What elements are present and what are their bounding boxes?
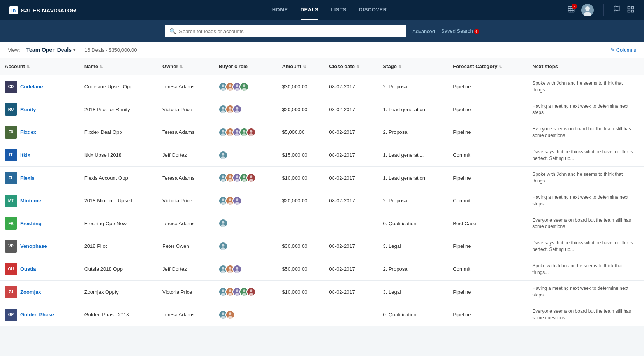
view-label: View: xyxy=(8,47,20,53)
account-name[interactable]: Oustia xyxy=(20,266,36,272)
deal-owner: Teresa Adams xyxy=(158,167,214,189)
deal-name: 2018 Pilot for Runity xyxy=(80,98,158,121)
buyer-circle[interactable] xyxy=(214,212,277,235)
account-logo: FR xyxy=(5,217,17,230)
deal-amount xyxy=(277,212,324,235)
account-name[interactable]: Venophase xyxy=(20,243,47,249)
sort-icon-account[interactable]: ⇅ xyxy=(26,65,30,69)
account-name[interactable]: Fixdex xyxy=(20,129,36,135)
svg-point-47 xyxy=(221,156,226,160)
deal-owner: Teresa Adams xyxy=(158,75,214,98)
search-input[interactable] xyxy=(179,28,401,34)
sort-icon-amount[interactable]: ⇅ xyxy=(303,65,306,69)
sort-icon-close-date[interactable]: ⇅ xyxy=(356,65,359,69)
forecast-category: Best Case xyxy=(448,212,528,235)
pencil-icon: ✎ xyxy=(611,47,615,53)
svg-point-92 xyxy=(228,293,233,296)
nav-deals[interactable]: DEALS xyxy=(301,0,319,20)
account-name[interactable]: Freshing xyxy=(20,221,42,226)
svg-point-38 xyxy=(235,133,240,137)
buyer-circle[interactable] xyxy=(214,121,277,144)
saved-search-link[interactable]: Saved Search6 xyxy=(441,28,479,34)
account-name[interactable]: Golden Phase xyxy=(20,312,54,317)
svg-point-95 xyxy=(235,293,240,296)
svg-point-56 xyxy=(235,179,240,182)
deal-name: Itkix Upsell 2018 xyxy=(80,144,158,167)
account-cell: RU Runity xyxy=(5,103,75,116)
close-date: 08-02-2017 xyxy=(324,144,378,167)
deal-owner: Jeff Cortez xyxy=(158,258,214,281)
grid-icon[interactable] xyxy=(627,5,635,15)
sort-icon-stage[interactable]: ⇅ xyxy=(398,65,401,69)
account-cell: CD Codelane xyxy=(5,81,75,93)
svg-point-67 xyxy=(229,198,232,201)
svg-point-49 xyxy=(222,175,225,178)
buyer-circle[interactable] xyxy=(214,144,277,167)
account-name[interactable]: Codelane xyxy=(20,84,43,89)
svg-point-79 xyxy=(222,267,225,270)
account-cell: FR Freshing xyxy=(5,217,75,230)
buyer-circle[interactable] xyxy=(214,98,277,121)
col-owner: Owner⇅ xyxy=(158,58,214,75)
buyer-avatar xyxy=(218,151,228,160)
svg-point-43 xyxy=(250,130,253,133)
buyer-circle[interactable] xyxy=(214,303,277,326)
buyer-circle[interactable] xyxy=(214,281,277,303)
sort-icon-name[interactable]: ⇅ xyxy=(100,65,103,69)
deal-name: Fixdex Deal Opp xyxy=(80,121,158,144)
nav-lists[interactable]: LISTS xyxy=(331,0,346,20)
close-date: 08-02-2017 xyxy=(324,121,378,144)
svg-point-74 xyxy=(221,225,226,228)
svg-point-80 xyxy=(221,270,226,274)
deals-table: Account⇅ Name⇅ Owner⇅ Buyer circle Amoun… xyxy=(0,58,644,326)
forecast-category: Pipeline xyxy=(448,303,528,326)
advanced-search-link[interactable]: Advanced xyxy=(412,28,435,34)
table-row: RU Runity 2018 Pilot for RunityVictoria … xyxy=(0,98,644,121)
svg-point-52 xyxy=(229,175,232,178)
close-date: 08-02-2017 xyxy=(324,189,378,212)
buyer-avatar xyxy=(232,196,242,205)
header-actions: 2 xyxy=(567,4,635,16)
deal-name: Flexis Account Opp xyxy=(80,167,158,189)
sort-icon-owner[interactable]: ⇅ xyxy=(179,65,183,69)
deal-owner: Jeff Cortez xyxy=(158,144,214,167)
table-body: CD Codelane Codelane Upsell OppTeresa Ad… xyxy=(0,75,644,326)
sort-icon-forecast[interactable]: ⇅ xyxy=(499,65,502,69)
account-name[interactable]: Flexis xyxy=(20,175,35,181)
app-header: in SALES NAVIGATOR HOME DEALS LISTS DISC… xyxy=(0,0,644,20)
buyer-circle[interactable] xyxy=(214,189,277,212)
buyer-circle[interactable] xyxy=(214,258,277,281)
account-name[interactable]: Itkix xyxy=(20,152,30,158)
svg-point-16 xyxy=(236,84,239,87)
svg-point-35 xyxy=(228,133,233,137)
account-name[interactable]: Runity xyxy=(20,107,36,112)
deal-name: Golden Phase 2018 xyxy=(80,303,158,326)
svg-point-50 xyxy=(221,179,226,182)
account-logo: GP xyxy=(5,309,17,321)
notifications-icon[interactable]: 2 xyxy=(567,5,575,15)
account-name[interactable]: Mintome xyxy=(20,198,41,203)
buyer-circle[interactable] xyxy=(214,235,277,258)
buyer-circle[interactable] xyxy=(214,167,277,189)
nav-discover[interactable]: DISCOVER xyxy=(359,0,387,20)
svg-point-100 xyxy=(250,289,253,292)
columns-button[interactable]: ✎ Columns xyxy=(611,47,636,53)
account-logo: IT xyxy=(5,149,17,161)
app-name: SALES NAVIGATOR xyxy=(21,7,76,14)
account-name[interactable]: Zoomjax xyxy=(20,289,41,295)
deal-name: Zoomjax Oppty xyxy=(80,281,158,303)
deal-owner: Victoria Price xyxy=(158,189,214,212)
deal-name: Outsia 2018 Opp xyxy=(80,258,158,281)
buyer-circle[interactable] xyxy=(214,75,277,98)
user-avatar[interactable] xyxy=(581,4,594,16)
buyer-avatar xyxy=(246,128,256,137)
view-selector[interactable]: Team Open Deals ▾ xyxy=(26,47,75,53)
svg-rect-6 xyxy=(632,6,634,9)
flag-icon[interactable] xyxy=(613,5,621,15)
account-logo: MT xyxy=(5,195,17,207)
next-steps: Having a meeting next week to determine … xyxy=(528,281,644,303)
table-row: FR Freshing Freshing Opp NewTeresa Adams… xyxy=(0,212,644,235)
svg-point-86 xyxy=(235,270,240,274)
svg-point-103 xyxy=(222,312,225,315)
nav-home[interactable]: HOME xyxy=(272,0,288,20)
